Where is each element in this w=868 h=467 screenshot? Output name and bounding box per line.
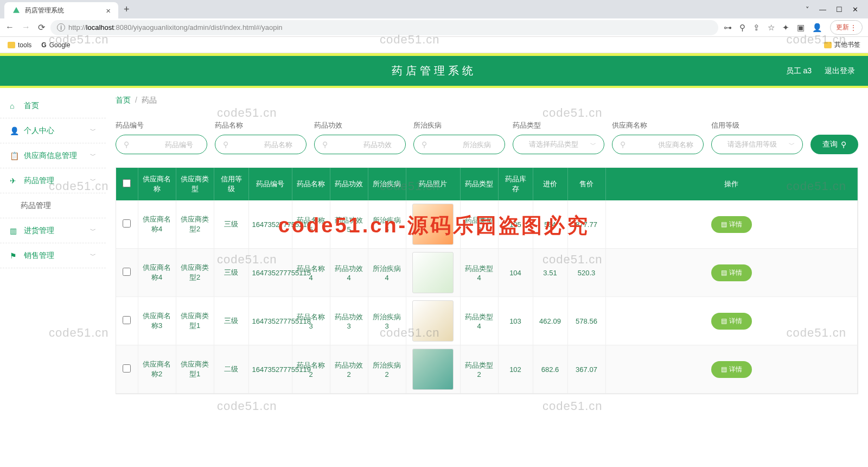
type-select[interactable]: 请选择药品类型 ﹀: [513, 135, 604, 154]
col-header: 供应商类型: [176, 168, 214, 200]
filter-disease: 所治疾病 ⚲: [413, 121, 505, 154]
site-info-icon[interactable]: i: [57, 23, 65, 31]
filter-supplier-input-wrap[interactable]: ⚲: [612, 135, 704, 154]
chevron-down-icon: ﹀: [789, 141, 795, 149]
sidebar-item-label: 个人中心: [24, 126, 54, 136]
sidepanel-icon[interactable]: ▣: [797, 23, 805, 33]
table-row: 供应商名称4 供应商类型2 三级 164735277755216 药品名称5 药…: [116, 200, 858, 249]
breadcrumb: 首页 / 药品: [116, 96, 858, 112]
close-tab-icon[interactable]: ×: [106, 6, 111, 15]
sidebar-item-supplier[interactable]: 📋 供应商信息管理 ﹀: [0, 143, 106, 168]
new-tab-icon[interactable]: +: [124, 4, 130, 15]
star-icon[interactable]: ☆: [768, 23, 775, 33]
close-window-icon[interactable]: ✕: [852, 5, 858, 14]
detail-button[interactable]: ▤ 详情: [711, 264, 752, 281]
product-image[interactable]: [412, 204, 454, 245]
bookmark-google[interactable]: GGoogle: [41, 41, 70, 49]
cell-code: 164735277755118: [248, 297, 292, 345]
select-placeholder: 请选择药品类型: [521, 140, 586, 149]
forward-icon[interactable]: →: [22, 22, 30, 33]
bookmark-other[interactable]: 其他书签: [824, 40, 860, 49]
detail-button[interactable]: ▤ 详情: [711, 361, 752, 378]
maximize-icon[interactable]: ☐: [836, 5, 843, 14]
cell-inprice: 564: [533, 200, 567, 249]
filter-func-input-wrap[interactable]: ⚲: [314, 135, 406, 154]
detail-button[interactable]: ▤ 详情: [711, 313, 752, 330]
back-icon[interactable]: ←: [5, 22, 14, 33]
cell-stype: 供应商类型1: [176, 345, 214, 394]
browser-chrome: 药店管理系统 × + ˅ — ☐ ✕ ← → ⟳ i http://localh…: [0, 0, 868, 53]
col-header: 药品功效: [330, 168, 368, 200]
cell-inprice: 462.09: [533, 297, 567, 345]
supplier-input[interactable]: [630, 141, 721, 149]
logout-link[interactable]: 退出登录: [825, 66, 855, 76]
chevron-down-icon[interactable]: ˅: [806, 5, 809, 14]
browser-tab[interactable]: 药店管理系统 ×: [4, 2, 118, 18]
sidebar-item-sales[interactable]: ⚑ 销售管理 ﹀: [0, 243, 106, 268]
sidebar-item-inbound[interactable]: ▥ 进货管理 ﹀: [0, 218, 106, 243]
cell-stype: 供应商类型2: [176, 200, 214, 249]
sidebar-item-label: 首页: [24, 101, 39, 111]
sidebar-item-medicine-sub[interactable]: 药品管理: [0, 193, 106, 218]
sidebar-item-medicine[interactable]: ✈ 药品管理 ﹀: [0, 168, 106, 193]
credit-select[interactable]: 请选择信用等级 ﹀: [711, 135, 803, 154]
bookmark-tools[interactable]: tools: [8, 41, 31, 49]
cell-stock: 105: [498, 200, 533, 249]
extensions-icon[interactable]: ✦: [782, 23, 789, 33]
profile-icon[interactable]: 👤: [812, 23, 822, 33]
cell-disease: 所治疾病3: [368, 297, 406, 345]
cell-supplier: 供应商名称4: [138, 249, 176, 297]
sidebar-item-personal[interactable]: 👤 个人中心 ﹀: [0, 118, 106, 143]
name-input[interactable]: [233, 141, 324, 149]
google-icon: G: [41, 41, 46, 49]
cell-func: 药品功效2: [330, 345, 368, 394]
cell-stock: 103: [498, 297, 533, 345]
key-icon[interactable]: ⊶: [724, 23, 732, 33]
sidebar-item-label: 药品管理: [24, 176, 54, 186]
header-checkbox[interactable]: [116, 168, 138, 200]
cell-credit: 三级: [214, 200, 248, 249]
product-image[interactable]: [412, 252, 454, 293]
sidebar-item-home[interactable]: ⌂ 首页: [0, 93, 106, 118]
filter-label: 药品编号: [116, 121, 207, 130]
cell-name: 药品名称4: [292, 249, 330, 297]
row-checkbox[interactable]: [123, 316, 131, 324]
search-icon: ⚲: [422, 140, 427, 149]
reload-icon[interactable]: ⟳: [38, 22, 45, 33]
detail-button[interactable]: ▤ 详情: [711, 216, 752, 233]
share-icon[interactable]: ⇪: [753, 23, 760, 33]
filter-disease-input-wrap[interactable]: ⚲: [413, 135, 505, 154]
cell-func: 药品功效5: [330, 200, 368, 249]
update-button[interactable]: 更新 ⋮: [830, 20, 863, 35]
cell-supplier: 供应商名称3: [138, 297, 176, 345]
filter-label: 供应商名称: [612, 121, 704, 130]
table-body: 供应商名称4 供应商类型2 三级 164735277755216 药品名称5 药…: [116, 200, 858, 394]
table-row: 供应商名称3 供应商类型1 三级 164735277755118 药品名称3 药…: [116, 297, 858, 345]
breadcrumb-separator: /: [135, 96, 137, 104]
code-input[interactable]: [133, 141, 225, 149]
bookmark-bar: tools GGoogle 其他书签: [0, 37, 868, 53]
row-checkbox[interactable]: [123, 268, 131, 276]
cell-ptype: 药品类型3: [460, 200, 498, 249]
filter-type: 药品类型 请选择药品类型 ﹀: [513, 121, 604, 154]
url-box[interactable]: i http://localhost:8080/yiyaoguanlixiton…: [50, 20, 718, 35]
select-all-checkbox[interactable]: [123, 179, 131, 187]
row-checkbox-cell: [116, 249, 138, 297]
filter-name-input-wrap[interactable]: ⚲: [215, 135, 307, 154]
filter-code-input-wrap[interactable]: ⚲: [116, 135, 207, 154]
product-image[interactable]: [412, 349, 454, 390]
row-checkbox[interactable]: [123, 364, 131, 373]
current-user[interactable]: 员工 a3: [786, 66, 812, 76]
cell-supplier: 供应商名称4: [138, 200, 176, 249]
product-image[interactable]: [412, 300, 454, 342]
func-input[interactable]: [332, 141, 423, 149]
search-icon[interactable]: ⚲: [739, 23, 745, 33]
row-checkbox[interactable]: [123, 219, 131, 228]
filter-supplier: 供应商名称 ⚲: [612, 121, 704, 154]
disease-input[interactable]: [431, 141, 522, 149]
query-button[interactable]: 查询 ⚲: [810, 135, 858, 154]
cell-credit: 二级: [214, 345, 248, 394]
search-icon: ⚲: [620, 140, 626, 149]
minimize-icon[interactable]: —: [819, 5, 826, 14]
breadcrumb-home[interactable]: 首页: [116, 96, 131, 104]
